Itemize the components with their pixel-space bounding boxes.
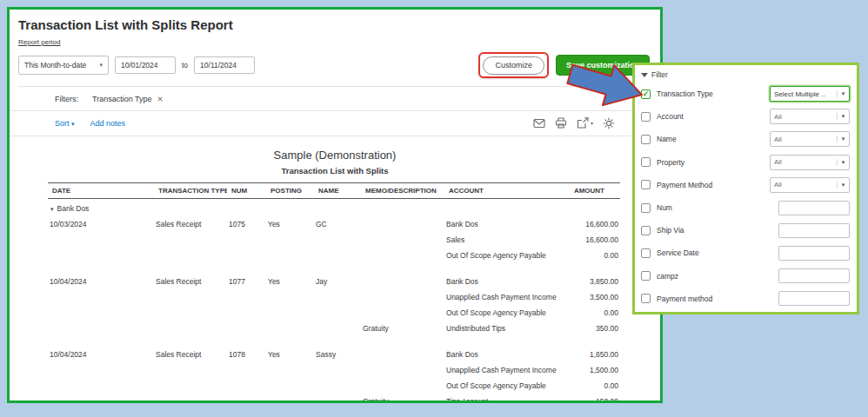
cell-account: Unapplied Cash Payment Income — [444, 362, 567, 378]
unchecked-checkbox[interactable] — [641, 180, 651, 189]
cell-amount: 1,500.00 — [567, 362, 620, 378]
table-row[interactable]: Unapplied Cash Payment Income1,500.00 — [48, 362, 620, 378]
filter-input[interactable] — [778, 291, 850, 306]
filter-row: Ship Via — [641, 219, 850, 242]
cell-memo — [361, 248, 444, 263]
customize-button[interactable]: Customize — [483, 56, 544, 75]
filter-select[interactable]: All▾ — [770, 177, 850, 193]
cell-memo: Gratuity — [361, 394, 444, 404]
cell-num — [227, 289, 266, 305]
filter-label: Ship Via — [657, 226, 778, 235]
cell-amount: 0.00 — [567, 248, 620, 263]
filter-label: campz — [657, 272, 778, 281]
cell-num — [227, 321, 266, 336]
date-from-input[interactable] — [115, 56, 176, 74]
cell-date — [48, 305, 154, 321]
report-period-value: This Month-to-date — [24, 61, 86, 70]
add-notes-link[interactable]: Add notes — [90, 119, 126, 128]
cell-account: Bank Dos — [444, 216, 567, 232]
cell-posting — [266, 305, 314, 321]
cell-posting — [266, 289, 314, 305]
report-period-select[interactable]: This Month-to-date ▾ — [18, 56, 109, 75]
report-window: Transaction List with Splits Report Repo… — [7, 7, 663, 403]
filter-chip-transaction-type[interactable]: Transaction Type ✕ — [92, 95, 164, 103]
settings-gear-icon[interactable] — [603, 117, 615, 129]
cell-memo — [361, 216, 444, 232]
filter-select[interactable]: All▾ — [770, 109, 850, 124]
table-row[interactable]: GratuityTips Account150.00 — [48, 394, 620, 404]
filter-select[interactable]: All▾ — [770, 155, 850, 170]
cell-account: Out Of Scope Agency Payable — [444, 248, 567, 263]
cell-name — [314, 394, 361, 404]
unchecked-checkbox[interactable] — [641, 294, 651, 303]
report-toolbar: Sort ▾ Add notes ▾ — [10, 111, 660, 136]
group-row[interactable]: ▾Bank Dos — [48, 198, 620, 216]
date-to-input[interactable] — [194, 56, 255, 74]
collapse-group-icon[interactable]: ▾ — [50, 206, 54, 212]
unchecked-checkbox[interactable] — [641, 271, 651, 281]
table-row[interactable]: 10/04/2024Sales Receipt1078YesSassyBank … — [48, 336, 620, 362]
cell-date: 10/03/2024 — [48, 216, 154, 232]
table-row[interactable]: Out Of Scope Agency Payable0.00 — [48, 248, 620, 263]
chevron-down-icon: ▾ — [837, 136, 849, 142]
email-icon[interactable] — [533, 118, 545, 129]
filter-input[interactable] — [778, 223, 850, 238]
unchecked-checkbox[interactable] — [641, 112, 651, 122]
select-value: Select Multiple .. — [771, 90, 837, 98]
chevron-down-icon: ▾ — [837, 182, 849, 189]
filter-row: Payment MethodAll▾ — [641, 174, 850, 196]
checked-checkbox[interactable]: ✓ — [641, 89, 651, 99]
cell-memo — [361, 263, 444, 289]
column-header-date: DATE — [48, 182, 154, 198]
table-row[interactable]: Out Of Scope Agency Payable0.00 — [48, 378, 620, 394]
filter-row: Num — [641, 196, 850, 219]
unchecked-checkbox[interactable] — [641, 203, 651, 213]
filter-panel-collapse[interactable]: Filter — [641, 70, 850, 79]
cell-amount: 3,850.00 — [567, 263, 620, 289]
filter-select[interactable]: All▾ — [770, 131, 850, 147]
cell-num — [227, 232, 266, 248]
cell-posting — [266, 232, 314, 248]
cell-type — [154, 378, 227, 394]
filter-row: AccountAll▾ — [641, 105, 850, 128]
filter-row: ✓Transaction TypeSelect Multiple ..▾ — [641, 83, 850, 105]
report-company-name: Sample (Demonstration) — [10, 149, 660, 162]
table-row[interactable]: 10/03/2024Sales Receipt1075YesGCBank Dos… — [48, 216, 620, 232]
remove-filter-icon[interactable]: ✕ — [157, 95, 164, 103]
cell-posting — [266, 362, 314, 378]
table-row[interactable]: GratuityUndistributed Tips350.00 — [48, 321, 620, 336]
cell-type — [154, 362, 227, 378]
cell-account: Out Of Scope Agency Payable — [444, 305, 567, 321]
to-label: to — [182, 61, 188, 70]
report-controls: This Month-to-date ▾ to Customize Save c… — [18, 52, 650, 78]
unchecked-checkbox[interactable] — [641, 226, 651, 235]
table-row[interactable]: Out Of Scope Agency Payable0.00 — [48, 305, 620, 321]
filter-label: Property — [657, 158, 770, 167]
export-icon[interactable]: ▾ — [577, 117, 593, 129]
desktop-background: Transaction List with Splits Report Repo… — [0, 0, 868, 417]
cell-memo — [361, 378, 444, 394]
chevron-down-icon: ▾ — [591, 120, 593, 126]
unchecked-checkbox[interactable] — [641, 135, 651, 144]
filter-select[interactable]: Select Multiple ..▾ — [770, 86, 850, 102]
filter-input[interactable] — [778, 246, 850, 261]
cell-account: Bank Dos — [444, 263, 567, 289]
table-row[interactable]: Unapplied Cash Payment Income3,500.00 — [48, 289, 620, 305]
cell-num — [227, 305, 266, 321]
cell-name: Sassy — [314, 336, 361, 362]
unchecked-checkbox[interactable] — [641, 248, 651, 258]
table-row[interactable]: 10/04/2024Sales Receipt1077YesJayBank Do… — [48, 263, 620, 289]
print-icon[interactable] — [555, 117, 567, 129]
filter-input[interactable] — [778, 268, 850, 283]
table-row[interactable]: Sales16,600.00 — [48, 232, 620, 248]
cell-name — [314, 289, 361, 305]
filter-input[interactable] — [778, 201, 850, 215]
report-header: Transaction List with Splits Report Repo… — [10, 10, 660, 87]
sort-dropdown[interactable]: Sort ▾ — [55, 119, 75, 128]
select-value: All — [771, 136, 837, 143]
select-value: All — [771, 181, 837, 189]
cell-name: GC — [314, 216, 361, 232]
unchecked-checkbox[interactable] — [641, 157, 651, 167]
column-header-posting: POSTING — [266, 182, 314, 198]
filter-row: PropertyAll▾ — [641, 151, 850, 174]
